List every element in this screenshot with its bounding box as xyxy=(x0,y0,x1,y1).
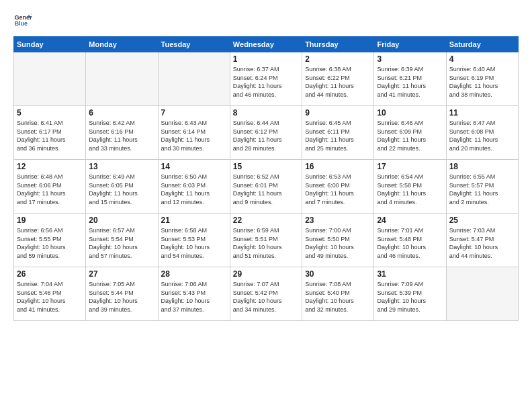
calendar-cell: 12Sunrise: 6:48 AM Sunset: 6:06 PM Dayli… xyxy=(14,160,86,214)
weekday-header: Tuesday xyxy=(158,37,230,52)
calendar-cell: 30Sunrise: 7:08 AM Sunset: 5:40 PM Dayli… xyxy=(302,267,374,321)
day-info: Sunrise: 7:05 AM Sunset: 5:44 PM Dayligh… xyxy=(89,280,154,314)
calendar-week-row: 12Sunrise: 6:48 AM Sunset: 6:06 PM Dayli… xyxy=(14,160,519,214)
page-header: General Blue xyxy=(13,11,519,30)
day-info: Sunrise: 6:37 AM Sunset: 6:24 PM Dayligh… xyxy=(233,65,299,99)
logo: General Blue xyxy=(13,11,35,30)
calendar-cell: 10Sunrise: 6:46 AM Sunset: 6:09 PM Dayli… xyxy=(374,106,446,160)
day-info: Sunrise: 6:42 AM Sunset: 6:16 PM Dayligh… xyxy=(89,119,154,152)
day-number: 13 xyxy=(89,162,154,171)
day-info: Sunrise: 6:39 AM Sunset: 6:21 PM Dayligh… xyxy=(377,65,443,99)
day-info: Sunrise: 6:41 AM Sunset: 6:17 PM Dayligh… xyxy=(17,119,83,152)
calendar-week-row: 1Sunrise: 6:37 AM Sunset: 6:24 PM Daylig… xyxy=(14,52,519,106)
calendar-cell: 8Sunrise: 6:44 AM Sunset: 6:12 PM Daylig… xyxy=(230,106,302,160)
day-number: 2 xyxy=(305,54,371,64)
svg-text:Blue: Blue xyxy=(14,20,28,27)
day-info: Sunrise: 6:53 AM Sunset: 6:00 PM Dayligh… xyxy=(305,173,371,206)
calendar-cell: 3Sunrise: 6:39 AM Sunset: 6:21 PM Daylig… xyxy=(374,52,446,106)
day-info: Sunrise: 6:59 AM Sunset: 5:51 PM Dayligh… xyxy=(233,226,299,260)
day-info: Sunrise: 7:08 AM Sunset: 5:40 PM Dayligh… xyxy=(305,280,371,314)
calendar-table: SundayMondayTuesdayWednesdayThursdayFrid… xyxy=(13,36,519,321)
day-info: Sunrise: 6:47 AM Sunset: 6:08 PM Dayligh… xyxy=(449,119,515,152)
calendar-cell: 29Sunrise: 7:07 AM Sunset: 5:42 PM Dayli… xyxy=(230,267,302,321)
calendar-cell: 6Sunrise: 6:42 AM Sunset: 6:16 PM Daylig… xyxy=(86,106,158,160)
day-number: 22 xyxy=(233,216,299,225)
calendar-cell: 31Sunrise: 7:09 AM Sunset: 5:39 PM Dayli… xyxy=(374,267,446,321)
weekday-header: Sunday xyxy=(14,37,86,52)
calendar-header-row: SundayMondayTuesdayWednesdayThursdayFrid… xyxy=(14,37,519,52)
calendar-cell xyxy=(158,52,230,106)
day-info: Sunrise: 6:54 AM Sunset: 5:58 PM Dayligh… xyxy=(377,173,443,206)
day-info: Sunrise: 7:09 AM Sunset: 5:39 PM Dayligh… xyxy=(377,280,443,314)
calendar-cell: 22Sunrise: 6:59 AM Sunset: 5:51 PM Dayli… xyxy=(230,214,302,267)
day-info: Sunrise: 6:45 AM Sunset: 6:11 PM Dayligh… xyxy=(305,119,371,152)
day-info: Sunrise: 6:52 AM Sunset: 6:01 PM Dayligh… xyxy=(233,173,299,206)
day-number: 14 xyxy=(161,162,227,171)
calendar-cell: 18Sunrise: 6:55 AM Sunset: 5:57 PM Dayli… xyxy=(446,160,518,214)
day-number: 29 xyxy=(233,269,299,279)
day-number: 25 xyxy=(449,216,515,225)
weekday-header: Wednesday xyxy=(230,37,302,52)
calendar-cell: 24Sunrise: 7:01 AM Sunset: 5:48 PM Dayli… xyxy=(374,214,446,267)
calendar-cell: 7Sunrise: 6:43 AM Sunset: 6:14 PM Daylig… xyxy=(158,106,230,160)
day-info: Sunrise: 6:38 AM Sunset: 6:22 PM Dayligh… xyxy=(305,65,371,99)
day-number: 18 xyxy=(449,162,515,171)
weekday-header: Saturday xyxy=(446,37,518,52)
calendar-cell xyxy=(14,52,86,106)
day-number: 1 xyxy=(233,54,299,64)
day-number: 26 xyxy=(17,269,83,279)
calendar-cell: 25Sunrise: 7:03 AM Sunset: 5:47 PM Dayli… xyxy=(446,214,518,267)
day-number: 12 xyxy=(17,162,83,171)
day-info: Sunrise: 6:40 AM Sunset: 6:19 PM Dayligh… xyxy=(449,65,515,99)
day-info: Sunrise: 6:43 AM Sunset: 6:14 PM Dayligh… xyxy=(161,119,227,152)
svg-text:General: General xyxy=(14,14,32,21)
day-number: 5 xyxy=(17,108,83,118)
day-info: Sunrise: 7:06 AM Sunset: 5:43 PM Dayligh… xyxy=(161,280,227,314)
calendar-cell: 13Sunrise: 6:49 AM Sunset: 6:05 PM Dayli… xyxy=(86,160,158,214)
day-number: 3 xyxy=(377,54,443,64)
day-info: Sunrise: 6:55 AM Sunset: 5:57 PM Dayligh… xyxy=(449,173,515,206)
day-number: 7 xyxy=(161,108,227,118)
weekday-header: Friday xyxy=(374,37,446,52)
day-number: 17 xyxy=(377,162,443,171)
day-number: 31 xyxy=(377,269,443,279)
day-number: 23 xyxy=(305,216,371,225)
day-number: 19 xyxy=(17,216,83,225)
calendar-cell: 21Sunrise: 6:58 AM Sunset: 5:53 PM Dayli… xyxy=(158,214,230,267)
day-number: 4 xyxy=(449,54,515,64)
calendar-cell: 17Sunrise: 6:54 AM Sunset: 5:58 PM Dayli… xyxy=(374,160,446,214)
day-number: 15 xyxy=(233,162,299,171)
calendar-cell: 27Sunrise: 7:05 AM Sunset: 5:44 PM Dayli… xyxy=(86,267,158,321)
day-number: 20 xyxy=(89,216,154,225)
calendar-cell: 2Sunrise: 6:38 AM Sunset: 6:22 PM Daylig… xyxy=(302,52,374,106)
day-info: Sunrise: 6:48 AM Sunset: 6:06 PM Dayligh… xyxy=(17,173,83,206)
weekday-header: Monday xyxy=(86,37,158,52)
calendar-cell: 19Sunrise: 6:56 AM Sunset: 5:55 PM Dayli… xyxy=(14,214,86,267)
day-info: Sunrise: 7:00 AM Sunset: 5:50 PM Dayligh… xyxy=(305,226,371,260)
day-number: 9 xyxy=(305,108,371,118)
day-number: 24 xyxy=(377,216,443,225)
day-info: Sunrise: 6:56 AM Sunset: 5:55 PM Dayligh… xyxy=(17,226,83,260)
day-info: Sunrise: 7:01 AM Sunset: 5:48 PM Dayligh… xyxy=(377,226,443,260)
day-number: 21 xyxy=(161,216,227,225)
day-number: 10 xyxy=(377,108,443,118)
day-number: 16 xyxy=(305,162,371,171)
calendar-cell: 11Sunrise: 6:47 AM Sunset: 6:08 PM Dayli… xyxy=(446,106,518,160)
day-number: 27 xyxy=(89,269,154,279)
day-number: 6 xyxy=(89,108,154,118)
day-info: Sunrise: 7:07 AM Sunset: 5:42 PM Dayligh… xyxy=(233,280,299,314)
day-number: 28 xyxy=(161,269,227,279)
day-info: Sunrise: 6:58 AM Sunset: 5:53 PM Dayligh… xyxy=(161,226,227,260)
calendar-cell: 28Sunrise: 7:06 AM Sunset: 5:43 PM Dayli… xyxy=(158,267,230,321)
calendar-week-row: 5Sunrise: 6:41 AM Sunset: 6:17 PM Daylig… xyxy=(14,106,519,160)
day-info: Sunrise: 6:57 AM Sunset: 5:54 PM Dayligh… xyxy=(89,226,154,260)
calendar-cell: 9Sunrise: 6:45 AM Sunset: 6:11 PM Daylig… xyxy=(302,106,374,160)
calendar-cell xyxy=(86,52,158,106)
weekday-header: Thursday xyxy=(302,37,374,52)
calendar-week-row: 19Sunrise: 6:56 AM Sunset: 5:55 PM Dayli… xyxy=(14,214,519,267)
day-number: 30 xyxy=(305,269,371,279)
day-info: Sunrise: 6:46 AM Sunset: 6:09 PM Dayligh… xyxy=(377,119,443,152)
calendar-cell: 15Sunrise: 6:52 AM Sunset: 6:01 PM Dayli… xyxy=(230,160,302,214)
calendar-cell: 14Sunrise: 6:50 AM Sunset: 6:03 PM Dayli… xyxy=(158,160,230,214)
day-info: Sunrise: 6:49 AM Sunset: 6:05 PM Dayligh… xyxy=(89,173,154,206)
